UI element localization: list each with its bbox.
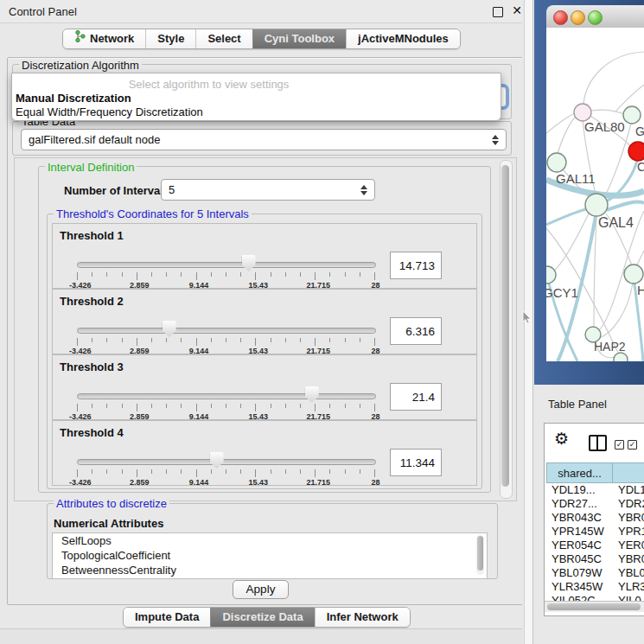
- dropdown-option-equal-width-frequency-discretization[interactable]: Equal Width/Frequency Discretization: [16, 105, 203, 118]
- list-scrollbar[interactable]: [476, 535, 484, 575]
- split-columns-icon[interactable]: [589, 435, 607, 451]
- network-node-pink[interactable]: [574, 104, 591, 121]
- network-node-green[interactable]: [585, 194, 608, 216]
- threshold-value-field[interactable]: 21.4: [390, 383, 442, 411]
- number-of-intervals-combo[interactable]: 5: [161, 179, 375, 201]
- checkbox-icon[interactable]: ✓: [628, 440, 637, 450]
- cell-shared-name: YPR145W: [546, 525, 613, 539]
- threshold-value-field[interactable]: 14.713: [390, 252, 442, 279]
- zoom-traffic-light[interactable]: [588, 10, 603, 25]
- tab-network[interactable]: Network: [63, 29, 145, 48]
- network-node-red[interactable]: [628, 142, 644, 161]
- slider-track[interactable]: [77, 393, 376, 399]
- table-row[interactable]: YBR043CYBR0: [546, 511, 644, 525]
- network-node-green[interactable]: [623, 106, 641, 124]
- checkbox-icon[interactable]: ✓: [615, 440, 624, 450]
- network-edge: [599, 284, 633, 338]
- cell-name: YIL0: [613, 594, 644, 601]
- tab-jactivemnodules[interactable]: jActiveMNodules: [346, 29, 460, 48]
- table-row[interactable]: YDL19...YDL1: [546, 483, 644, 497]
- table-row[interactable]: YBL079WYBL0: [546, 566, 644, 580]
- apply-button[interactable]: Apply: [233, 580, 289, 599]
- algorithm-dropdown-popup: Select algorithm to view settings Manual…: [11, 73, 501, 121]
- network-node-green[interactable]: [624, 265, 643, 284]
- threshold-label: Threshold 2: [60, 295, 124, 308]
- table-row[interactable]: YER054CYER0: [546, 539, 644, 552]
- network-edge: [607, 202, 644, 210]
- slider-thumb[interactable]: [242, 255, 256, 271]
- slider-track[interactable]: [77, 262, 376, 268]
- tab-label: Discretize Data: [222, 608, 303, 627]
- gear-icon[interactable]: ⚙: [554, 430, 569, 447]
- attribute-item[interactable]: TopologicalCoefficient: [53, 548, 487, 563]
- horizontal-scrollbar[interactable]: [545, 601, 644, 612]
- cell-name: YPR1: [613, 525, 644, 539]
- attribute-item[interactable]: BetweennessCentrality: [53, 563, 487, 577]
- column-header-name[interactable]: na: [613, 462, 644, 483]
- minimize-traffic-light[interactable]: [571, 10, 585, 25]
- network-node-green[interactable]: [614, 353, 628, 361]
- tab-label: Infer Network: [327, 608, 399, 627]
- tab-style[interactable]: Style: [145, 29, 195, 48]
- threshold-card-1: Threshold 1-3.4262.8599.14415.4321.71528…: [52, 223, 477, 289]
- cell-name: YBR0: [613, 552, 644, 566]
- vertical-scrollbar[interactable]: [500, 160, 513, 499]
- table-row[interactable]: YIL052CYIL0: [546, 594, 644, 601]
- cell-shared-name: YBR045C: [546, 552, 613, 566]
- attribute-item[interactable]: SelfLoops: [53, 533, 487, 548]
- network-canvas[interactable]: GAL80GACGAL11GAL4GCY1HHAP2: [546, 28, 644, 361]
- scrollbar-thumb[interactable]: [547, 603, 641, 610]
- tab-impute-data[interactable]: Impute Data: [124, 608, 210, 627]
- float-window-icon[interactable]: [493, 7, 503, 17]
- slider-thumb[interactable]: [163, 321, 176, 337]
- threshold-value-field[interactable]: 6.316: [390, 317, 442, 345]
- tick-label: 21.715: [307, 478, 331, 487]
- number-of-intervals-label: Number of Intervals: [64, 184, 169, 197]
- bottom-strip: [0, 628, 534, 644]
- mouse-cursor: [522, 311, 532, 324]
- network-node-green[interactable]: [547, 153, 566, 172]
- column-header-shared-name[interactable]: shared...: [546, 462, 613, 483]
- network-node-green[interactable]: [546, 266, 556, 284]
- close-traffic-light[interactable]: [553, 10, 568, 25]
- cell-shared-name: YIL052C: [546, 594, 613, 601]
- combo-stepper-icon[interactable]: [357, 185, 371, 195]
- network-edge: [546, 208, 590, 225]
- threshold-slider[interactable]: -3.4262.8599.14415.4321.71528: [75, 449, 376, 483]
- close-icon[interactable]: ✕: [512, 3, 522, 17]
- slider-thumb[interactable]: [305, 386, 319, 403]
- table-data-combo-value: galFiltered.sif default node: [22, 133, 488, 146]
- table-row[interactable]: YPR145WYPR1: [546, 525, 644, 539]
- tab-infer-network[interactable]: Infer Network: [315, 608, 410, 627]
- scrollbar-thumb[interactable]: [501, 165, 509, 487]
- tick-label: 9.144: [189, 478, 209, 487]
- tab-discretize-data[interactable]: Discretize Data: [210, 608, 314, 627]
- threshold-slider[interactable]: -3.4262.8599.14415.4321.71528: [75, 317, 376, 352]
- threshold-label: Threshold 4: [60, 426, 124, 439]
- slider-track[interactable]: [77, 328, 376, 334]
- combo-stepper-icon[interactable]: [488, 135, 502, 145]
- number-of-intervals-value: 5: [162, 183, 357, 196]
- numerical-attributes-list[interactable]: SelfLoopsTopologicalCoefficientBetweenne…: [52, 532, 488, 579]
- table-row[interactable]: YBR045CYBR0: [546, 552, 644, 566]
- threshold-slider[interactable]: -3.4262.8599.14415.4321.71528: [75, 383, 376, 418]
- threshold-value-field[interactable]: 11.344: [390, 449, 442, 476]
- threshold-slider[interactable]: -3.4262.8599.14415.4321.71528: [75, 252, 376, 286]
- node-label: GCY1: [546, 285, 578, 300]
- table-row[interactable]: YDR27...YDR2: [546, 497, 644, 511]
- tab-select[interactable]: Select: [195, 29, 252, 48]
- table-row[interactable]: YLR345WYLR3: [546, 580, 644, 594]
- scrollbar-thumb[interactable]: [477, 536, 483, 571]
- cell-name: YLR3: [613, 580, 644, 594]
- tab-label: Network: [90, 29, 134, 48]
- slider-thumb[interactable]: [210, 452, 224, 469]
- tick-label: 2.859: [130, 478, 150, 487]
- dropdown-option-manual-discretization[interactable]: Manual Discretization: [16, 92, 131, 105]
- tab-cyni-toolbox[interactable]: Cyni Toolbox: [252, 29, 346, 48]
- tick-label: 15.43: [249, 478, 269, 487]
- slider-track[interactable]: [77, 459, 376, 465]
- slider-ticks: [77, 338, 374, 346]
- table-data-combo[interactable]: galFiltered.sif default node: [21, 129, 507, 150]
- attributes-group-title: Attributes to discretize: [54, 497, 169, 510]
- slider-tick-labels: -3.4262.8599.14415.4321.71528: [77, 478, 374, 488]
